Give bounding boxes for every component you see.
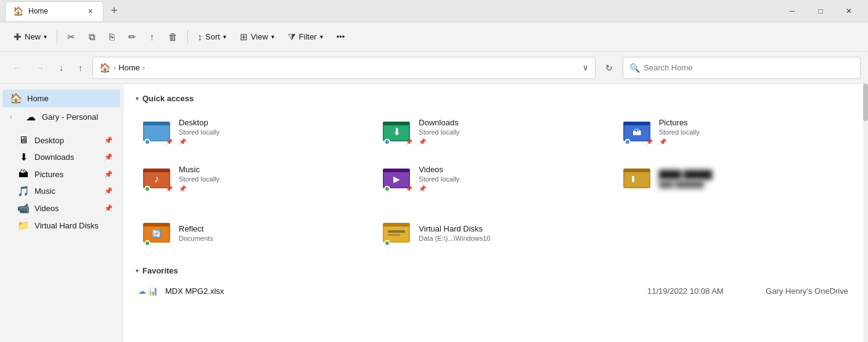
copy-icon: ⧉ [89, 31, 96, 43]
sort-button[interactable]: ↕ Sort ▾ [192, 26, 232, 48]
quick-access-title: Quick access [142, 94, 194, 103]
share-icon: ↑ [150, 31, 155, 42]
sidebar-item-desktop[interactable]: 🖥 Desktop 📌 [2, 132, 120, 148]
sidebar-desktop-label: Desktop [35, 136, 99, 145]
quick-access-header[interactable]: ▾ Quick access [136, 94, 851, 103]
folder-downloads-icon: ⬇ 📌 [383, 117, 412, 146]
filter-button[interactable]: ⧩ Filter ▾ [282, 26, 329, 48]
svg-rect-25 [143, 223, 170, 227]
view-button[interactable]: ⊞ View ▾ [234, 26, 280, 48]
folder-music-details: Music Stored locally 📌 [179, 165, 219, 192]
desktop-folder-pin: 📌 [179, 138, 219, 145]
cloud-icon: ☁ [25, 111, 37, 123]
sort-icon: ↕ [198, 31, 203, 42]
search-input[interactable] [644, 63, 854, 72]
sidebar-item-home[interactable]: 🏠 Home [2, 90, 120, 107]
folder-music[interactable]: ♪ 📌 Music Stored locally 📌 [136, 157, 371, 199]
folder-desktop[interactable]: 📌 Desktop Stored locally 📌 [136, 111, 371, 152]
pictures-pin-badge: 📌 [646, 139, 653, 145]
sidebar-item-cloud[interactable]: › ☁ Gary - Personal [2, 108, 120, 126]
vhd-folder-sub: Data (E:\)...\Windows10 [419, 235, 490, 242]
breadcrumb-arrow: › [142, 63, 145, 72]
copy-button[interactable]: ⧉ [83, 26, 102, 48]
refresh-button[interactable]: ↻ [600, 60, 618, 76]
paste-icon: ⎘ [109, 31, 115, 42]
svg-text:🏔: 🏔 [633, 127, 641, 137]
desktop-pin: 📌 [104, 136, 113, 144]
folder-reflect[interactable]: 🔄 Reflect Documents [136, 212, 371, 254]
svg-rect-2 [143, 122, 170, 125]
folder-pictures[interactable]: 🏔 📌 Pictures Stored locally 📌 [616, 111, 851, 152]
content-area: ▾ Quick access 📌 Desktop Stored locally [123, 84, 863, 342]
folder-videos-icon: ▶ 📌 [383, 164, 412, 193]
breadcrumb-bar[interactable]: 🏠 › Home › ∨ [92, 57, 596, 79]
tab-area: 🏠 Home ✕ + [5, 1, 778, 21]
new-button[interactable]: ✚ New ▾ [7, 26, 53, 48]
vhd-folder-name: Virtual Hard Disks [419, 224, 490, 233]
paste-button[interactable]: ⎘ [103, 26, 121, 48]
sidebar-item-pictures[interactable]: 🏔 Pictures 📌 [2, 166, 120, 182]
new-tab-button[interactable]: + [106, 2, 123, 20]
maximize-button[interactable]: □ [806, 1, 835, 21]
sidebar-item-videos[interactable]: 📹 Videos 📌 [2, 200, 120, 217]
vhd-icon: 📁 [17, 220, 30, 231]
music-folder-sub: Stored locally [179, 175, 219, 183]
sort-chevron: ▾ [223, 33, 226, 40]
desktop-icon: 🖥 [17, 135, 30, 146]
scrollbar-track[interactable] [863, 84, 868, 342]
desktop-folder-name: Desktop [179, 118, 219, 127]
favorites-header[interactable]: ▾ Favorites [136, 266, 851, 275]
close-button[interactable]: ✕ [835, 1, 863, 21]
breadcrumb-dropdown-button[interactable]: ∨ [583, 63, 589, 72]
view-chevron: ▾ [271, 33, 274, 40]
folder-music-icon: ♪ 📌 [143, 164, 173, 193]
fav-date: 11/19/2022 10:08 AM [647, 286, 758, 296]
breadcrumb-separator: › [113, 63, 116, 72]
address-bar: ← → ↓ ↑ 🏠 › Home › ∨ ↻ 🔍 [0, 52, 868, 84]
videos-pin-badge: 📌 [406, 186, 412, 192]
sidebar-item-downloads[interactable]: ⬇ Downloads 📌 [2, 149, 120, 165]
title-bar: 🏠 Home ✕ + ─ □ ✕ [0, 0, 868, 22]
svg-rect-1 [144, 123, 169, 140]
sidebar-item-virtual-hard-disks[interactable]: 📁 Virtual Hard Disks [2, 217, 120, 234]
sidebar-item-music[interactable]: 🎵 Music 📌 [2, 183, 120, 199]
scrollbar-thumb[interactable] [863, 84, 868, 121]
downloads-icon: ⬇ [17, 151, 30, 163]
rename-button[interactable]: ✏ [122, 26, 142, 48]
folder-videos[interactable]: ▶ 📌 Videos Stored locally 📌 [375, 157, 610, 199]
home-tab[interactable]: 🏠 Home ✕ [5, 1, 104, 21]
folder-downloads[interactable]: ⬇ 📌 Downloads Stored locally 📌 [375, 111, 610, 152]
home-tab-icon: 🏠 [13, 6, 23, 16]
tab-close-button[interactable]: ✕ [85, 6, 96, 17]
pictures-folder-name: Pictures [659, 118, 700, 127]
favorites-row-0[interactable]: ☁ 📊 MDX MPG2.xlsx 11/19/2022 10:08 AM Ga… [136, 283, 851, 299]
back-button[interactable]: ← [7, 60, 26, 76]
separator-2 [187, 30, 188, 44]
downloads-pin: 📌 [104, 153, 113, 161]
sidebar-home-label: Home [27, 94, 113, 103]
folder-vhd[interactable]: Virtual Hard Disks Data (E:\)...\Windows… [375, 212, 610, 254]
delete-button[interactable]: 🗑 [162, 26, 184, 48]
cut-button[interactable]: ✂ [61, 26, 81, 48]
videos-icon: 📹 [17, 202, 30, 214]
up-button[interactable]: ↑ [73, 60, 88, 76]
desktop-pin-badge: 📌 [166, 139, 173, 145]
folder-vhd-icon [383, 218, 412, 248]
sidebar: 🏠 Home › ☁ Gary - Personal 🖥 Desktop 📌 ⬇… [0, 84, 123, 342]
folder-blurred[interactable]: ████ █████ ███ ██████ [616, 157, 851, 199]
expand-icon: › [10, 114, 20, 120]
videos-folder-name: Videos [419, 165, 459, 174]
folder-desktop-icon: 📌 [143, 117, 173, 146]
minimize-button[interactable]: ─ [778, 1, 806, 21]
more-button[interactable]: ••• [330, 26, 351, 48]
desktop-badge [144, 139, 150, 145]
recent-locations-button[interactable]: ↓ [54, 60, 68, 76]
forward-button[interactable]: → [31, 60, 49, 76]
pictures-badge [624, 139, 631, 145]
svg-rect-20 [624, 170, 649, 187]
search-box: 🔍 [623, 57, 861, 79]
videos-folder-pin: 📌 [419, 185, 459, 192]
new-label: New [25, 32, 41, 41]
svg-text:♪: ♪ [154, 173, 159, 184]
share-button[interactable]: ↑ [144, 26, 161, 48]
